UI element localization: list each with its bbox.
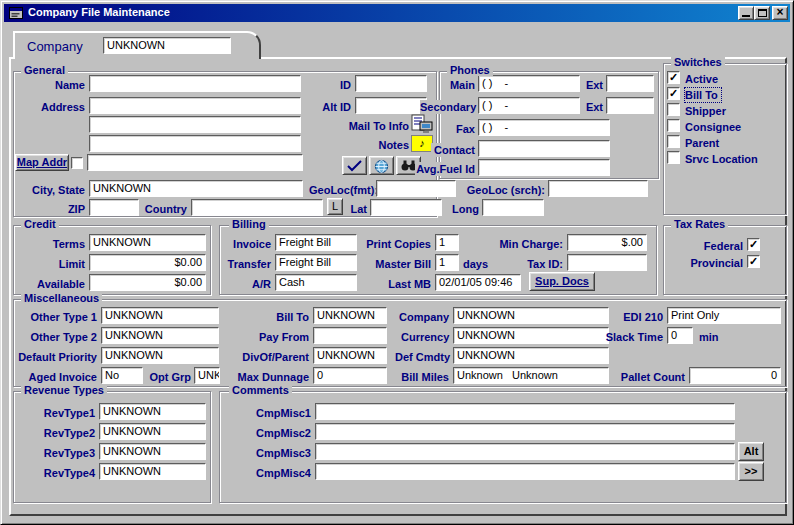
verify-button[interactable] (342, 156, 367, 175)
geoloc-srch-field[interactable] (548, 180, 648, 197)
map-addr-checkbox[interactable] (71, 157, 83, 169)
revtype4-field[interactable]: UNKNOWN (99, 463, 206, 480)
divof-parent-field[interactable]: UNKNOWN (313, 347, 387, 364)
misc-company-field[interactable]: UNKNOWN (453, 307, 609, 324)
credit-group-title: Credit (21, 218, 59, 230)
other-type1-field[interactable]: UNKNOWN (101, 307, 219, 324)
limit-field[interactable]: $0.00 (89, 254, 206, 271)
title-bar[interactable]: Company File Maintenance × (4, 4, 790, 22)
bill-miles-label: Bill Miles (401, 370, 449, 384)
address-field-1[interactable] (89, 97, 301, 114)
days-label: days (463, 257, 493, 271)
l-button[interactable]: L (327, 198, 343, 215)
max-dunnage-field[interactable]: 0 (313, 367, 387, 384)
federal-checkbox[interactable]: ✓ (747, 238, 760, 251)
switch-srvc-location-checkbox[interactable] (667, 151, 680, 164)
sup-docs-button[interactable]: Sup. Docs (529, 272, 595, 291)
id-label: ID (321, 78, 351, 92)
lat-field[interactable] (370, 199, 442, 216)
map-addr-button[interactable]: Map Addr (15, 154, 69, 171)
contact-field[interactable] (478, 140, 610, 157)
avg-fuel-id-field[interactable] (478, 159, 610, 176)
invoice-field[interactable]: Freight Bill (275, 234, 357, 251)
switch-consignee-checkbox[interactable] (667, 119, 680, 132)
revtype2-field[interactable]: UNKNOWN (99, 423, 206, 440)
id-field[interactable] (355, 75, 427, 92)
geoloc-srch-label: GeoLoc (srch): (459, 183, 545, 197)
revtype3-field[interactable]: UNKNOWN (99, 443, 206, 460)
minimize-button[interactable] (738, 6, 754, 20)
pay-from-field[interactable] (313, 327, 387, 344)
switch-shipper-checkbox[interactable] (667, 103, 680, 116)
aged-invoice-field[interactable]: No (101, 367, 143, 384)
provincial-checkbox[interactable]: ✓ (747, 255, 760, 268)
default-priority-field[interactable]: UNKNOWN (101, 347, 219, 364)
pallet-count-field[interactable]: 0 (689, 367, 781, 384)
min-charge-label: Min Charge: (493, 237, 563, 251)
limit-label: Limit (41, 257, 85, 271)
currency-field[interactable]: UNKNOWN (453, 327, 609, 344)
master-bill-field[interactable]: 1 (435, 254, 459, 271)
company-code-field[interactable]: UNKNOWN (103, 37, 231, 54)
maximize-button[interactable] (754, 6, 770, 20)
notes-icon[interactable]: ♪ (411, 135, 433, 152)
main-phone-field[interactable]: ( ) - (478, 75, 580, 92)
zip-field[interactable] (89, 199, 139, 216)
min-charge-field[interactable]: $.00 (567, 234, 647, 251)
lat-label: Lat (345, 202, 367, 216)
alt-id-field[interactable] (355, 97, 427, 114)
slack-time-label: Slack Time (605, 330, 663, 344)
cmpmisc2-label: CmpMisc2 (255, 426, 311, 440)
secondary-ext-label: Ext (583, 100, 603, 114)
transfer-field[interactable]: Freight Bill (275, 254, 357, 271)
main-ext-label: Ext (583, 78, 603, 92)
switch-parent-checkbox[interactable] (667, 135, 680, 148)
city-state-field[interactable]: UNKNOWN (89, 180, 303, 197)
fax-label: Fax (449, 122, 475, 136)
def-cmdty-field[interactable]: UNKNOWN (453, 347, 609, 364)
address-field-2[interactable] (89, 116, 301, 133)
slack-time-field[interactable]: 0 (667, 327, 693, 344)
opt-grp-field[interactable]: UNKNOWN (194, 367, 220, 384)
secondary-phone-field[interactable]: ( ) - (478, 97, 580, 114)
geoloc-fmt-label: GeoLoc(fmt): (309, 183, 373, 197)
switch-active-checkbox[interactable]: ✓ (667, 71, 680, 84)
tax-id-label: Tax ID: (519, 257, 563, 271)
country-field[interactable] (191, 199, 323, 216)
other-type2-field[interactable]: UNKNOWN (101, 327, 219, 344)
cmpmisc1-field[interactable] (315, 403, 735, 420)
company-tab[interactable]: Company UNKNOWN (13, 31, 261, 59)
misc-bill-to-field[interactable]: UNKNOWN (313, 307, 387, 324)
map-addr-field[interactable] (87, 154, 303, 171)
available-field[interactable]: $0.00 (89, 274, 206, 291)
main-ext-field[interactable] (606, 75, 654, 92)
print-copies-field[interactable]: 1 (435, 234, 459, 251)
address-label: Address (25, 100, 85, 114)
edi210-field[interactable]: Print Only (667, 307, 781, 324)
terms-field[interactable]: UNKNOWN (89, 234, 206, 251)
bill-miles-field[interactable]: Unknown Unknown (453, 367, 609, 384)
switch-consignee-label: Consignee (685, 120, 781, 134)
fax-field[interactable]: ( ) - (478, 119, 610, 136)
close-button[interactable]: × (772, 6, 788, 20)
phones-group-title: Phones (447, 64, 493, 76)
long-field[interactable] (482, 199, 544, 216)
name-field[interactable] (89, 75, 301, 92)
cmpmisc4-field[interactable] (315, 463, 735, 480)
switch-bill-to-checkbox[interactable]: ✓ (667, 87, 680, 100)
cmpmisc2-field[interactable] (315, 423, 735, 440)
tax-id-field[interactable] (567, 254, 647, 271)
main-phone-label: Main (443, 78, 475, 92)
geocode-button[interactable] (369, 156, 394, 175)
revenue-types-group-title: Revenue Types (21, 384, 107, 396)
secondary-ext-field[interactable] (606, 97, 654, 114)
cmpmisc3-field[interactable] (315, 443, 735, 460)
address-field-3[interactable] (89, 135, 301, 152)
geoloc-fmt-field[interactable] (376, 180, 456, 197)
ar-field[interactable]: Cash (275, 274, 357, 291)
more-button[interactable]: >> (738, 462, 764, 481)
last-mb-field[interactable]: 02/01/05 09:46 (435, 274, 521, 291)
alt-button[interactable]: Alt (738, 442, 764, 461)
revtype1-field[interactable]: UNKNOWN (99, 403, 206, 420)
print-copies-label: Print Copies (359, 237, 431, 251)
